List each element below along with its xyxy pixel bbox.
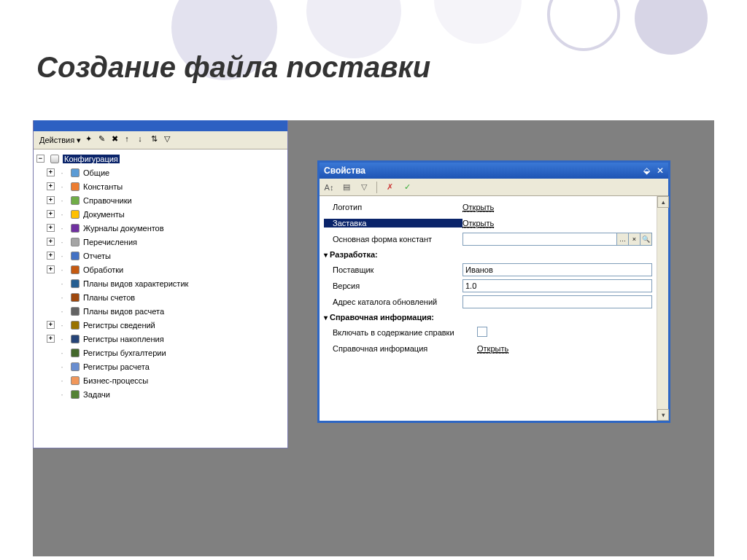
circle-deco xyxy=(434,0,522,44)
tree-item-label: Обработки xyxy=(83,265,123,274)
sort-az-icon[interactable]: A↕ xyxy=(322,181,336,194)
screenshot-area: Действия ▾ ✦ ✎ ✖ ↑ ↓ ⇅ ▽ − Конфигурация … xyxy=(33,120,714,556)
expand-toggle[interactable]: + xyxy=(47,210,55,218)
tree-item-icon xyxy=(69,222,81,234)
expand-toggle[interactable]: + xyxy=(47,265,55,273)
toolbar-icon[interactable]: ↑ xyxy=(125,134,136,146)
circle-deco xyxy=(635,0,708,55)
tree-item[interactable]: +·Документы xyxy=(45,207,287,221)
toolbar-icon[interactable]: ✎ xyxy=(98,134,110,146)
tree-item[interactable]: ·Бизнес-процессы xyxy=(45,373,287,387)
update-address-input[interactable] xyxy=(462,295,652,308)
properties-titlebar: Свойства ⬙ ✕ xyxy=(320,163,668,179)
properties-scrollbar[interactable]: ▴ ▾ xyxy=(657,196,668,421)
expand-toggle[interactable]: + xyxy=(47,224,55,232)
tree-item[interactable]: +·Отчеты xyxy=(45,249,287,262)
tree-item[interactable]: ·Регистры расчета xyxy=(45,359,287,373)
tree-root-label[interactable]: Конфигурация xyxy=(63,155,120,163)
tree-item[interactable]: +·Регистры сведений xyxy=(45,318,287,332)
tree-item-label: Задачи xyxy=(83,390,110,399)
filter-icon[interactable]: ▽ xyxy=(357,181,371,194)
circle-deco xyxy=(547,0,620,51)
expand-toggle[interactable]: + xyxy=(47,238,55,246)
constants-form-combo[interactable]: … × 🔍 xyxy=(462,233,652,246)
config-tree-panel: Действия ▾ ✦ ✎ ✖ ↑ ↓ ⇅ ▽ − Конфигурация … xyxy=(33,120,288,448)
tree-item[interactable]: +·Константы xyxy=(45,179,287,193)
dev-section-header[interactable]: ▾ Разработка: xyxy=(324,247,652,262)
tree-item[interactable]: ·Планы видов характеристик xyxy=(45,276,287,290)
properties-content: Логотип Открыть Заставка Открыть Основна… xyxy=(320,196,657,421)
collapse-arrow-icon: ▾ xyxy=(324,251,328,259)
tree-item-label: Журналы документов xyxy=(83,224,164,233)
tree-connector: · xyxy=(57,349,67,357)
tree-item[interactable]: +·Журналы документов xyxy=(45,221,287,235)
combo-search-icon[interactable]: 🔍 xyxy=(640,233,651,245)
properties-toolbar: A↕ ▤ ▽ ✗ ✓ xyxy=(320,179,668,196)
tree-item[interactable]: +·Обработки xyxy=(45,262,287,276)
expand-toggle[interactable]: + xyxy=(47,182,55,190)
expand-toggle[interactable]: + xyxy=(47,321,55,329)
tree-item[interactable]: ·Планы видов расчета xyxy=(45,304,287,318)
close-icon[interactable]: ✕ xyxy=(657,166,664,176)
logo-open-link[interactable]: Открыть xyxy=(462,203,494,212)
filter-icon[interactable]: ▽ xyxy=(164,134,176,146)
toolbar-icon[interactable]: ✖ xyxy=(112,134,123,146)
tree-item[interactable]: +·Регистры накопления xyxy=(45,332,287,346)
scroll-up-icon[interactable]: ▴ xyxy=(657,196,669,208)
panel-header-bar xyxy=(34,120,287,131)
scroll-down-icon[interactable]: ▾ xyxy=(657,409,669,421)
supplier-input[interactable] xyxy=(462,263,652,276)
help-section-header[interactable]: ▾ Справочная информация: xyxy=(324,310,652,324)
slide-title: Создание файла поставки xyxy=(36,51,430,84)
combo-clear-icon[interactable]: × xyxy=(628,233,640,245)
tree-item-label: Справочники xyxy=(83,196,132,205)
tree-item-label: Регистры расчета xyxy=(83,362,150,371)
tree-connector: · xyxy=(57,293,67,302)
expand-toggle[interactable]: + xyxy=(47,196,55,204)
properties-panel: Свойства ⬙ ✕ A↕ ▤ ▽ ✗ ✓ Логотип Открыть … xyxy=(317,160,670,423)
tree-item[interactable]: ·Планы счетов xyxy=(45,290,287,304)
tree-item-label: Документы xyxy=(83,210,125,219)
tree-item-label: Планы видов характеристик xyxy=(83,279,188,288)
collapse-arrow-icon: ▾ xyxy=(324,314,328,322)
apply-icon[interactable]: ✓ xyxy=(400,181,414,194)
pin-icon[interactable]: ⬙ xyxy=(643,166,650,176)
tree-item-label: Общие xyxy=(83,168,109,177)
toolbar-icon[interactable]: ✦ xyxy=(85,134,97,146)
tree-item-label: Отчеты xyxy=(83,252,111,260)
include-help-checkbox[interactable] xyxy=(477,327,487,337)
tree-item-label: Регистры сведений xyxy=(83,321,155,330)
expand-toggle[interactable]: + xyxy=(47,168,55,176)
circle-deco xyxy=(306,0,401,58)
cancel-icon[interactable]: ✗ xyxy=(383,181,396,194)
tree-item[interactable]: +·Общие xyxy=(45,166,287,179)
expand-toggle[interactable]: + xyxy=(47,252,55,260)
tree-item-label: Планы видов расчета xyxy=(83,307,164,316)
expand-toggle[interactable]: + xyxy=(47,335,55,343)
update-address-label: Адрес каталога обновлений xyxy=(324,298,462,306)
tree-item-icon xyxy=(69,264,81,276)
tree-item-label: Регистры бухгалтерии xyxy=(83,349,166,357)
tree-connector: · xyxy=(57,362,67,371)
splash-label[interactable]: Заставка xyxy=(324,219,462,228)
actions-menu[interactable]: Действия ▾ xyxy=(36,135,84,146)
splash-open-link[interactable]: Открыть xyxy=(462,219,494,228)
tree-connector: · xyxy=(57,168,67,177)
version-input[interactable] xyxy=(462,279,652,292)
tree-item[interactable]: +·Перечисления xyxy=(45,235,287,249)
categorized-icon[interactable]: ▤ xyxy=(340,181,353,194)
tree-item-icon xyxy=(69,319,81,331)
tree-item-icon xyxy=(69,306,81,317)
help-info-open-link[interactable]: Открыть xyxy=(477,344,508,354)
combo-ellipsis-icon[interactable]: … xyxy=(616,233,628,245)
tree-item[interactable]: ·Регистры бухгалтерии xyxy=(45,346,287,359)
expand-toggle[interactable]: − xyxy=(36,155,44,163)
tree-item-label: Регистры накопления xyxy=(83,335,164,343)
tree-connector: · xyxy=(57,182,67,191)
tree-item-icon xyxy=(69,278,81,289)
toolbar-icon[interactable]: ⇅ xyxy=(151,134,163,146)
tree-item[interactable]: +·Справочники xyxy=(45,193,287,207)
toolbar-icon[interactable]: ↓ xyxy=(138,134,150,146)
tree-item[interactable]: ·Задачи xyxy=(45,387,287,401)
tree-connector: · xyxy=(57,321,67,330)
